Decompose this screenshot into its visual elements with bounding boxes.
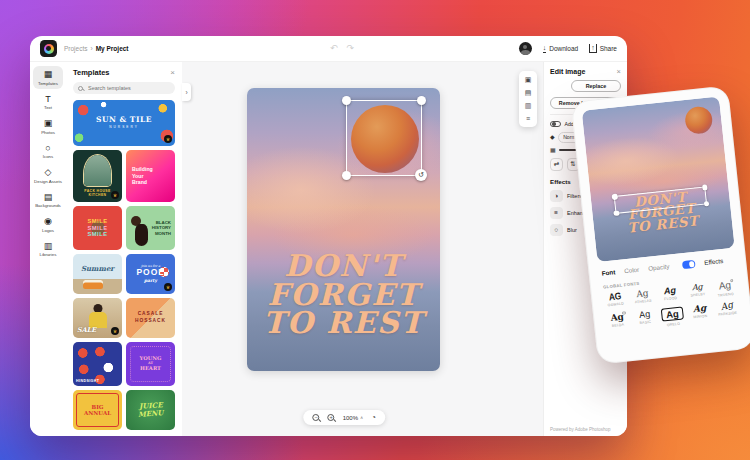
breadcrumb-projects[interactable]: Projects [64, 45, 87, 52]
undo-button[interactable]: ↶ [330, 44, 338, 53]
template-card[interactable]: BLACK HISTORY MONTH [126, 206, 175, 250]
font-option[interactable]: Ag FLOOD [657, 284, 684, 305]
powered-by-label: Powered by Adobe Photoshop [550, 427, 611, 432]
template-card[interactable]: CASALE HOSSACK [126, 298, 175, 338]
rotate-icon: ↺ [418, 171, 424, 179]
edit-panel-title: Edit image [550, 68, 585, 75]
background-tool-button[interactable]: ▤ [525, 89, 532, 96]
premium-crown-icon: ♛ [111, 327, 119, 335]
font-option[interactable]: Ag SHELBY [684, 281, 711, 302]
template-card[interactable]: SUN & TILE NURSERY ♛ [73, 100, 175, 146]
download-label: Download [549, 45, 578, 52]
template-card[interactable]: Building Your Brand [126, 150, 175, 202]
add-to-background-toggle[interactable] [550, 121, 561, 128]
share-label: Share [600, 45, 617, 52]
flip-vertical-icon: ⇅ [570, 160, 575, 168]
search-icon [78, 86, 83, 91]
selection-handle[interactable] [417, 96, 426, 105]
left-rail: ▦ Templates T Text ▣ Photos ○ Icons ◇ [30, 62, 66, 436]
zoom-in-button[interactable]: + [328, 414, 335, 421]
search-input[interactable] [86, 84, 170, 92]
sidebar-item-libraries[interactable]: ▥ Libraries [33, 238, 63, 261]
logos-icon: ◉ [44, 217, 52, 226]
layers-tool-button[interactable]: ▥ [525, 102, 532, 109]
tab-opacity[interactable]: Opacity [648, 263, 670, 272]
template-card[interactable]: HINDSIGHT [73, 342, 122, 386]
phone-sun-graphic[interactable] [684, 105, 714, 135]
template-card[interactable]: JUICE MENU [126, 390, 175, 430]
redo-button[interactable]: ↷ [347, 44, 355, 53]
selection-handle[interactable] [342, 96, 351, 105]
font-option[interactable]: Ag ATHELAS [629, 287, 656, 308]
sidebar-item-design-assets[interactable]: ◇ Design Assets [33, 164, 63, 187]
font-option[interactable]: AG OSWALD [602, 290, 629, 311]
artwork-headline[interactable]: DON'T FORGET TO REST [247, 252, 440, 338]
templates-panel: Templates × SUN & TILE NURSERY ♛ PACK HO… [66, 62, 182, 436]
template-card[interactable]: Summer [73, 254, 122, 294]
template-card[interactable]: join us for a POOL party ♛ [126, 254, 175, 294]
download-button[interactable]: ↓ Download [543, 44, 578, 53]
phone-design-artwork[interactable]: DON'T FORGET TO REST [582, 96, 735, 262]
sidebar-item-templates[interactable]: ▦ Templates [33, 66, 63, 89]
history-timer-button[interactable]: ◔ [371, 414, 376, 422]
template-card[interactable]: SMILE SMILE SMILE [73, 206, 122, 250]
opacity-icon: ▦ [550, 147, 556, 153]
font-option[interactable]: Ag MINION [686, 302, 714, 326]
close-panel-button[interactable]: × [170, 69, 175, 77]
effects-toggle[interactable] [682, 260, 696, 269]
premium-crown-icon: ♛ [164, 135, 172, 143]
template-card[interactable]: YOUNG AT HEART [126, 342, 175, 386]
text-icon: T [45, 95, 51, 104]
media-tool-button[interactable]: ▣ [525, 76, 532, 83]
share-button[interactable]: ↑ Share [589, 44, 617, 53]
avatar[interactable] [519, 42, 532, 55]
selection-handle[interactable] [613, 210, 619, 216]
libraries-icon: ▥ [44, 242, 53, 251]
font-option[interactable]: Ag PARKSIDE [714, 299, 742, 323]
font-option-selected[interactable]: Ag ORELO [659, 305, 687, 329]
flip-horizontal-button[interactable]: ⇄ [550, 158, 563, 171]
templates-grid-icon: ▦ [44, 70, 53, 79]
canvas-area: › DON'T FORGET TO REST ↺ [182, 62, 543, 436]
selection-box[interactable]: ↺ [346, 100, 422, 176]
font-option[interactable]: Ag BASIC [631, 308, 659, 332]
design-assets-icon: ◇ [45, 168, 52, 177]
premium-crown-icon: ♛ [164, 283, 172, 291]
sidebar-item-logos[interactable]: ◉ Logos [33, 213, 63, 236]
app-window: Projects › My Project ↶ ↷ ↓ Download ↑ S… [30, 36, 627, 436]
template-card[interactable]: BIG ANNUAL [73, 390, 122, 430]
template-card[interactable]: SALE ♛ [73, 298, 122, 338]
premium-crown-icon: ♛ [111, 191, 119, 199]
sidebar-item-text[interactable]: T Text [33, 91, 63, 114]
selection-handle[interactable] [702, 184, 708, 190]
more-tool-button[interactable]: ≡ [526, 115, 530, 122]
selection-handle[interactable] [342, 171, 351, 180]
app-logo[interactable] [40, 40, 57, 57]
sidebar-item-backgrounds[interactable]: ▤ Backgrounds [33, 189, 63, 212]
icons-icon: ○ [45, 144, 50, 153]
close-edit-panel-button[interactable]: × [617, 68, 621, 76]
collapse-panel-button[interactable]: › [182, 83, 191, 101]
selection-handle[interactable] [611, 194, 617, 200]
zoom-out-button[interactable]: − [313, 414, 320, 421]
sidebar-item-icons[interactable]: ○ Icons [33, 140, 63, 163]
redo-icon: ↷ [347, 43, 355, 53]
tab-font[interactable]: Font [601, 269, 615, 277]
share-icon: ↑ [589, 44, 597, 53]
undo-icon: ↶ [330, 43, 338, 53]
font-option[interactable]: Ag BELDA [604, 310, 632, 334]
font-option[interactable]: Ag TRUENO [711, 278, 738, 299]
effects-toggle-label: Effects [704, 257, 724, 266]
tab-color[interactable]: Color [624, 266, 640, 275]
filters-icon: ◑ [550, 190, 563, 203]
zoom-level-dropdown[interactable]: 100% ∧ [343, 415, 364, 421]
phone-mockup: DON'T FORGET TO REST Font Color Opacity … [571, 85, 750, 364]
replace-button[interactable]: Replace [571, 80, 621, 92]
zoom-level-value: 100% [343, 415, 358, 421]
sidebar-item-photos[interactable]: ▣ Photos [33, 115, 63, 138]
template-card[interactable]: PACK HOUSE KITCHEN ♛ [73, 150, 122, 202]
rotate-handle[interactable]: ↺ [415, 169, 427, 181]
design-artwork[interactable]: DON'T FORGET TO REST ↺ [247, 88, 440, 371]
chevron-up-icon: ∧ [360, 415, 363, 420]
search-box[interactable] [73, 82, 175, 94]
